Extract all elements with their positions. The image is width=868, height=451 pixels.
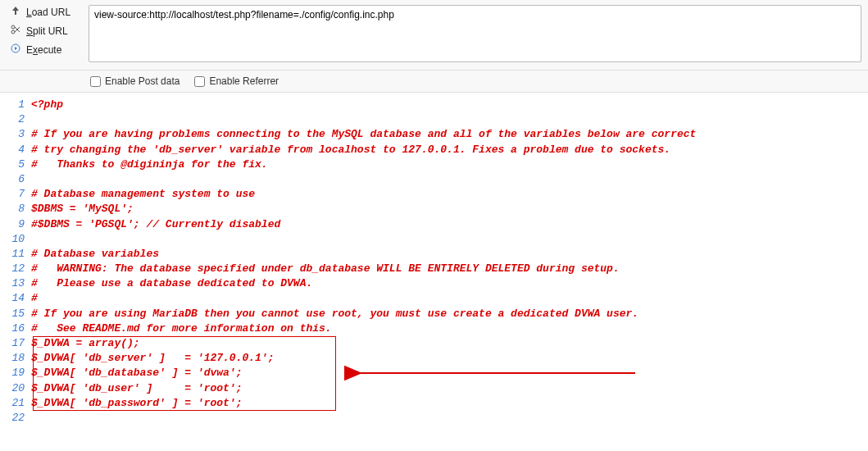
code-line: 8$DBMS = 'MySQL'; <box>0 202 868 216</box>
split-url-button[interactable]: Split URL <box>5 22 80 39</box>
line-number: 14 <box>0 291 31 306</box>
svg-point-1 <box>11 30 15 34</box>
code-line: 9#$DBMS = 'PGSQL'; // Currently disabled <box>0 217 868 232</box>
enable-referrer-checkbox[interactable]: Enable Referrer <box>194 75 279 87</box>
url-input[interactable] <box>89 5 861 62</box>
split-url-icon <box>10 25 21 37</box>
line-text: $_DVWA[ 'db_database' ] = 'dvwa'; <box>31 366 242 380</box>
code-line: 3# If you are having problems connecting… <box>0 127 868 142</box>
line-number: 7 <box>0 187 31 202</box>
code-line: 2 <box>0 112 868 127</box>
line-number: 21 <box>0 396 31 411</box>
line-number: 15 <box>0 307 31 321</box>
load-url-button[interactable]: Load URL <box>5 3 80 20</box>
url-box <box>84 2 866 68</box>
line-text: # try changing the 'db_server' variable … <box>31 143 670 157</box>
line-text: $_DVWA = array(); <box>31 336 140 351</box>
enable-post-checkbox[interactable]: Enable Post data <box>90 75 180 87</box>
line-number: 22 <box>0 411 31 426</box>
line-text: # See README.md for more information on … <box>31 321 332 336</box>
line-text: $DBMS = 'MySQL'; <box>31 202 134 216</box>
execute-button[interactable]: Execute <box>5 41 80 58</box>
line-text: # Thanks to @digininja for the fix. <box>31 157 268 172</box>
line-number: 17 <box>0 336 31 351</box>
line-number: 6 <box>0 172 31 187</box>
code-line: 19$_DVWA[ 'db_database' ] = 'dvwa'; <box>0 366 868 380</box>
toolbar: Load URL Split URL Execute <box>0 0 868 71</box>
code-line: 22 <box>0 411 868 426</box>
line-number: 18 <box>0 351 31 366</box>
code-line: 16# See README.md for more information o… <box>0 321 868 336</box>
line-number: 16 <box>0 321 31 336</box>
line-number: 20 <box>0 381 31 396</box>
line-number: 19 <box>0 366 31 380</box>
code-line: 10 <box>0 232 868 247</box>
load-url-label: Load URL <box>26 7 70 18</box>
enable-referrer-label: Enable Referrer <box>209 75 279 87</box>
code-line: 4# try changing the 'db_server' variable… <box>0 143 868 157</box>
line-text: # Please use a database dedicated to DVW… <box>31 276 312 291</box>
split-url-label: Split URL <box>26 25 68 37</box>
line-number: 5 <box>0 157 31 172</box>
enable-referrer-input[interactable] <box>194 76 205 87</box>
line-number: 8 <box>0 202 31 216</box>
code-line: 21$_DVWA[ 'db_password' ] = 'root'; <box>0 396 868 411</box>
code-line: 15# If you are using MariaDB then you ca… <box>0 307 868 321</box>
line-text: # If you are using MariaDB then you cann… <box>31 307 639 321</box>
code-line: 12# WARNING: The database specified unde… <box>0 262 868 276</box>
code-line: 17$_DVWA = array(); <box>0 336 868 351</box>
code-line: 7# Database management system to use <box>0 187 868 202</box>
line-number: 10 <box>0 232 31 247</box>
svg-point-0 <box>11 25 15 29</box>
line-number: 2 <box>0 112 31 127</box>
line-number: 4 <box>0 143 31 157</box>
line-number: 3 <box>0 127 31 142</box>
line-number: 12 <box>0 262 31 276</box>
line-text: $_DVWA[ 'db_user' ] = 'root'; <box>31 381 242 396</box>
line-number: 11 <box>0 247 31 262</box>
execute-label: Execute <box>26 44 61 56</box>
line-number: 1 <box>0 98 31 112</box>
code-line: 1<?php <box>0 98 868 112</box>
code-line: 5# Thanks to @digininja for the fix. <box>0 157 868 172</box>
line-text: $_DVWA[ 'db_server' ] = '127.0.0.1'; <box>31 351 274 366</box>
line-text: # If you are having problems connecting … <box>31 127 696 142</box>
code-line: 14# <box>0 291 868 306</box>
options-row: Enable Post data Enable Referrer <box>0 71 868 93</box>
line-text: # Database variables <box>31 247 159 262</box>
load-url-icon <box>10 6 21 18</box>
execute-icon <box>10 43 21 56</box>
code-line: 18$_DVWA[ 'db_server' ] = '127.0.0.1'; <box>0 351 868 366</box>
line-text: # WARNING: The database specified under … <box>31 262 620 276</box>
line-text: $_DVWA[ 'db_password' ] = 'root'; <box>31 396 242 411</box>
line-text: # Database management system to use <box>31 187 255 202</box>
enable-post-label: Enable Post data <box>105 75 180 87</box>
line-text: <?php <box>31 98 63 112</box>
source-view: 1<?php23# If you are having problems con… <box>0 93 868 426</box>
code-line: 11# Database variables <box>0 247 868 262</box>
line-number: 9 <box>0 217 31 232</box>
toolbar-buttons: Load URL Split URL Execute <box>2 2 84 68</box>
line-number: 13 <box>0 276 31 291</box>
code-line: 6 <box>0 172 868 187</box>
code-line: 20$_DVWA[ 'db_user' ] = 'root'; <box>0 381 868 396</box>
code-line: 13# Please use a database dedicated to D… <box>0 276 868 291</box>
line-text: #$DBMS = 'PGSQL'; // Currently disabled <box>31 217 280 232</box>
line-text: # <box>31 291 38 306</box>
enable-post-input[interactable] <box>90 76 101 87</box>
